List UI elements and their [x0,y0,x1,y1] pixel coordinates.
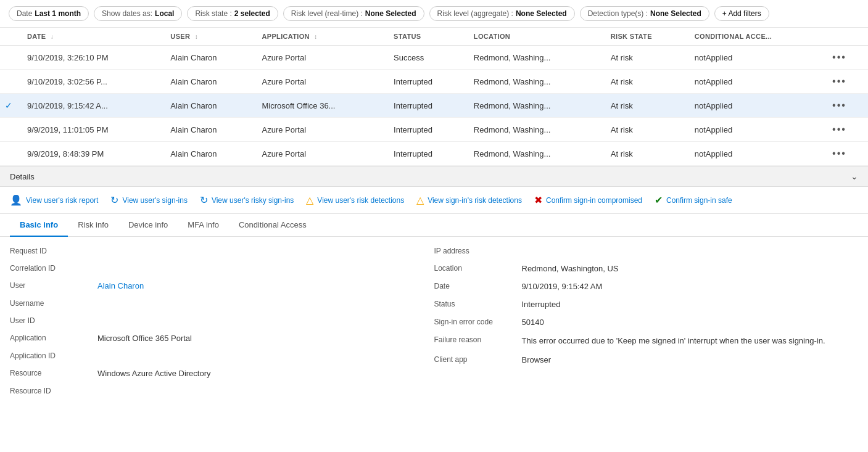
sign-ins-table-container: DATE ↓ USER ↕ APPLICATION ↕ STATUS LOCAT… [0,28,868,166]
more-button[interactable]: ••• [832,76,846,87]
col-risk-state: RISK STATE [603,28,687,46]
signin-risk-detections-icon: △ [416,194,424,206]
value-user[interactable]: Alain Charon [97,281,144,290]
row-check-cell: ✓ [0,94,20,118]
action-user-risk-detections[interactable]: △ View user's risk detections [306,194,404,206]
col-user[interactable]: USER ↕ [163,28,254,46]
row-conditional-access: notApplied [687,94,825,118]
filter-realtime-key: Risk level (real-time) : [291,9,363,18]
detail-row-failure-reason: Failure reason This error occurred due t… [434,335,859,347]
label-status: Status [434,300,515,308]
action-confirm-safe-label: Confirm sign-in safe [666,196,732,205]
more-button[interactable]: ••• [832,100,846,111]
filter-show-dates[interactable]: Show dates as: Local [94,6,182,21]
value-application: Microsoft Office 365 Portal [97,334,192,343]
col-status: STATUS [386,28,466,46]
action-signin-risk-detections[interactable]: △ View sign-in's risk detections [416,194,522,206]
detail-right-col: IP address Location Redmond, Washington,… [434,247,859,395]
row-status: Interrupted [386,94,466,118]
filter-risk-level-realtime[interactable]: Risk level (real-time) : None Selected [283,6,424,21]
row-conditional-access: notApplied [687,70,825,94]
add-filters-button[interactable]: + Add filters [714,6,769,21]
row-application: Azure Portal [254,70,386,94]
row-date: 9/10/2019, 3:02:56 P... [20,70,163,94]
table-row[interactable]: 9/10/2019, 3:26:10 PMAlain CharonAzure P… [0,46,868,70]
filter-realtime-value: None Selected [365,9,416,18]
label-user-id: User ID [10,316,90,325]
row-risk-state: At risk [603,118,687,142]
detail-row-ip: IP address [434,247,859,255]
value-status: Interrupted [522,300,561,309]
action-confirm-compromised-label: Confirm sign-in compromised [546,196,642,205]
col-actions [825,28,868,46]
more-button[interactable]: ••• [832,148,846,159]
col-check [0,28,20,46]
tab-risk-info[interactable]: Risk info [68,214,118,237]
table-row[interactable]: 9/10/2019, 3:02:56 P...Alain CharonAzure… [0,70,868,94]
row-conditional-access: notApplied [687,46,825,70]
detail-row-user-id: User ID [10,316,434,325]
table-row[interactable]: 9/9/2019, 11:01:05 PMAlain CharonAzure P… [0,118,868,142]
filter-date-value: Last 1 month [35,9,81,18]
action-confirm-safe[interactable]: ✔ Confirm sign-in safe [655,194,732,206]
row-date: 9/10/2019, 9:15:42 A... [20,94,163,118]
tab-basic-info[interactable]: Basic info [10,214,68,237]
filter-detection-types[interactable]: Detection type(s) : None Selected [580,6,709,21]
label-username: Username [10,299,90,308]
detail-row-status: Status Interrupted [434,300,859,309]
filter-date[interactable]: Date Last 1 month [9,6,89,21]
table-row[interactable]: ✓9/10/2019, 9:15:42 A...Alain CharonMicr… [0,94,868,118]
sort-user-icon: ↕ [195,33,198,40]
tab-device-info[interactable]: Device info [118,214,178,237]
row-status: Interrupted [386,70,466,94]
tab-mfa-info[interactable]: MFA info [178,214,229,237]
label-application: Application [10,334,90,342]
filter-risk-level-aggregate[interactable]: Risk level (aggregate) : None Selected [429,6,575,21]
confirm-compromised-icon: ✖ [534,194,542,206]
row-more-cell: ••• [825,46,868,70]
user-risk-detections-icon: △ [306,194,313,206]
confirm-safe-icon: ✔ [655,194,663,206]
filter-showdates-value: Local [155,9,174,18]
row-more-cell: ••• [825,118,868,142]
row-more-cell: ••• [825,94,868,118]
col-location: LOCATION [466,28,603,46]
detail-row-correlation-id: Correlation ID [10,264,434,273]
detail-row-location: Location Redmond, Washington, US [434,264,859,273]
label-ip-address: IP address [434,247,515,255]
action-confirm-compromised[interactable]: ✖ Confirm sign-in compromised [534,194,642,206]
action-user-risk-report[interactable]: 👤 View user's risk report [10,194,98,206]
label-failure-reason: Failure reason [434,335,515,344]
label-error-code: Sign-in error code [434,318,515,326]
table-row[interactable]: 9/9/2019, 8:48:39 PMAlain CharonAzure Po… [0,142,868,166]
row-application: Microsoft Office 36... [254,94,386,118]
row-application: Azure Portal [254,142,386,166]
value-location: Redmond, Washington, US [522,264,619,273]
filter-risk-state[interactable]: Risk state : 2 selected [187,6,278,21]
action-user-risky-signins[interactable]: ↻ View user's risky sign-ins [200,194,294,206]
row-more-cell: ••• [825,142,868,166]
more-button[interactable]: ••• [832,124,846,135]
tab-conditional-access[interactable]: Conditional Access [229,214,316,237]
value-error-code: 50140 [522,318,544,327]
col-application[interactable]: APPLICATION ↕ [254,28,386,46]
filter-date-key: Date [17,9,32,18]
action-user-signins-label: View user's sign-ins [122,196,187,205]
detail-row-application-id: Application ID [10,351,434,360]
detail-row-client-app: Client app Browser [434,355,859,364]
row-user: Alain Charon [163,94,254,118]
row-location: Redmond, Washing... [466,118,603,142]
more-button[interactable]: ••• [832,52,846,63]
label-resource-id: Resource ID [10,387,90,395]
details-header[interactable]: Details ⌄ [0,166,868,187]
label-client-app: Client app [434,355,515,364]
action-user-risk-detections-label: View user's risk detections [317,196,404,205]
row-risk-state: At risk [603,46,687,70]
row-risk-state: At risk [603,94,687,118]
action-user-signins[interactable]: ↻ View user's sign-ins [110,194,187,206]
value-client-app: Browser [522,355,552,364]
label-user: User [10,281,90,290]
detail-row-resource: Resource Windows Azure Active Directory [10,369,434,378]
row-status: Success [386,46,466,70]
col-date[interactable]: DATE ↓ [20,28,163,46]
